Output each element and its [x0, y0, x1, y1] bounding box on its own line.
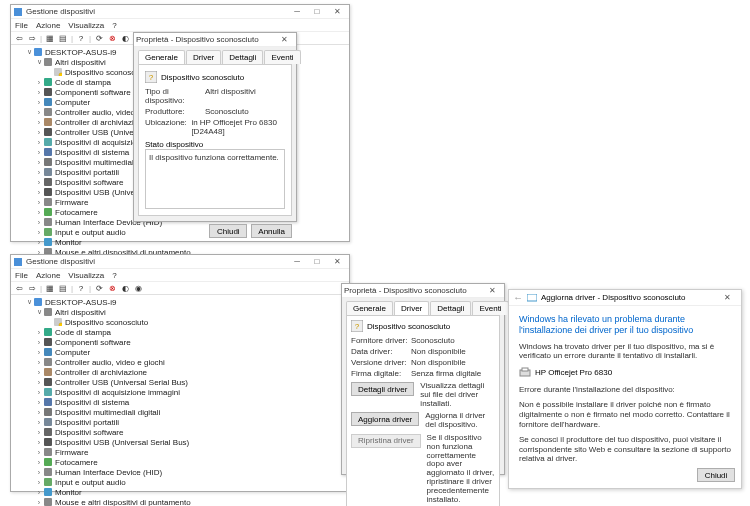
status-label: Stato dispositivo — [145, 140, 285, 149]
status-textbox[interactable]: Il dispositivo funziona correttamente. — [145, 149, 285, 209]
tree-unknown-device[interactable]: Dispositivo sconosciuto — [15, 317, 345, 327]
tree-category[interactable]: ›Dispositivi USB (Universal Serial Bus) — [15, 437, 345, 447]
tree-category[interactable]: ›Computer — [15, 347, 345, 357]
refresh-icon[interactable]: ▤ — [57, 282, 69, 294]
value-type: Altri dispositivi — [205, 87, 256, 105]
tree-root[interactable]: ∨DESKTOP-ASUS-i9 — [15, 297, 345, 307]
disable-icon[interactable]: ◐ — [119, 282, 131, 294]
tree-category[interactable]: ›Controller USB (Universal Serial Bus) — [15, 377, 345, 387]
device-tree[interactable]: ∨DESKTOP-ASUS-i9∨Altri dispositiviDispos… — [11, 295, 349, 506]
menu-view[interactable]: Visualizza — [68, 271, 104, 280]
menu-help[interactable]: ? — [112, 21, 116, 30]
back-arrow-icon[interactable]: ← — [513, 292, 527, 303]
tab-events[interactable]: Eventi — [264, 50, 300, 64]
update-icon[interactable]: ⟳ — [93, 282, 105, 294]
close-button[interactable]: ✕ — [482, 285, 502, 297]
tree-category[interactable]: ›Monitor — [15, 487, 345, 497]
titlebar[interactable]: Proprietà - Dispositivo sconosciuto ✕ — [342, 284, 504, 298]
show-hidden-icon[interactable]: ▦ — [44, 32, 56, 44]
close-button[interactable]: Chiudi — [697, 468, 735, 482]
svg-rect-21 — [44, 238, 52, 246]
tree-category[interactable]: ›Fotocamere — [15, 457, 345, 467]
tree-category[interactable]: ›Input e output audio — [15, 477, 345, 487]
svg-rect-47 — [44, 458, 52, 466]
menu-action[interactable]: Azione — [36, 271, 60, 280]
driver-action-button[interactable]: Ripristina driver — [351, 434, 421, 448]
tab-general[interactable]: Generale — [346, 301, 393, 315]
tree-category[interactable]: ∨Altri dispositivi — [15, 307, 345, 317]
tree-category[interactable]: ›Controller di archiviazione — [15, 367, 345, 377]
show-hidden-icon[interactable]: ▦ — [44, 282, 56, 294]
menu-view[interactable]: Visualizza — [68, 21, 104, 30]
maximize-button[interactable]: □ — [307, 6, 327, 18]
titlebar[interactable]: Gestione dispositivi ─ □ ✕ — [11, 255, 349, 269]
refresh-icon[interactable]: ▤ — [57, 32, 69, 44]
tree-category[interactable]: ›Code di stampa — [15, 327, 345, 337]
menu-bar: File Azione Visualizza ? — [11, 269, 349, 281]
svg-rect-5 — [44, 78, 52, 86]
titlebar[interactable]: Gestione dispositivi ─ □ ✕ — [11, 5, 349, 19]
tree-category[interactable]: ›Dispositivi software — [15, 427, 345, 437]
tab-details[interactable]: Dettagli — [430, 301, 471, 315]
menu-file[interactable]: File — [15, 21, 28, 30]
tree-category[interactable]: ›Dispositivi multimediali digitali — [15, 407, 345, 417]
svg-point-33 — [59, 323, 62, 326]
svg-rect-11 — [44, 138, 52, 146]
status-text: Il dispositivo funziona correttamente. — [149, 153, 279, 162]
wizard-title: Aggiorna driver - Dispositivo sconosciut… — [541, 293, 686, 302]
device-label: Dispositivo sconosciuto — [367, 322, 450, 331]
titlebar[interactable]: Proprietà - Dispositivo sconosciuto ✕ — [134, 33, 296, 47]
help-icon[interactable]: ? — [75, 32, 87, 44]
separator: | — [88, 32, 92, 44]
tree-category[interactable]: ›Mouse e altri dispositivi di puntamento — [15, 497, 345, 506]
tab-driver[interactable]: Driver — [186, 50, 221, 64]
close-button[interactable]: ✕ — [327, 256, 347, 268]
menu-file[interactable]: File — [15, 271, 28, 280]
scan-icon[interactable]: ◉ — [132, 282, 144, 294]
update-icon[interactable]: ⟳ — [93, 32, 105, 44]
svg-rect-39 — [44, 378, 52, 386]
close-button[interactable]: ✕ — [717, 292, 737, 304]
tree-category[interactable]: ›Human Interface Device (HID) — [15, 467, 345, 477]
svg-rect-35 — [44, 338, 52, 346]
uninstall-icon[interactable]: ⊗ — [106, 32, 118, 44]
wizard-header: ← Aggiorna driver - Dispositivo sconosci… — [509, 290, 741, 306]
forward-icon[interactable]: ⇨ — [26, 282, 38, 294]
close-button[interactable]: ✕ — [274, 34, 294, 46]
maximize-button[interactable]: □ — [307, 256, 327, 268]
value-sig: Senza firma digitale — [411, 369, 481, 378]
cancel-button[interactable]: Annulla — [251, 224, 292, 238]
tree-category[interactable]: ›Dispositivi portatili — [15, 417, 345, 427]
forward-icon[interactable]: ⇨ — [26, 32, 38, 44]
close-button[interactable]: ✕ — [327, 6, 347, 18]
tree-category[interactable]: ›Firmware — [15, 447, 345, 457]
driver-action-button[interactable]: Dettagli driver — [351, 382, 414, 396]
tree-category[interactable]: ›Dispositivi di sistema — [15, 397, 345, 407]
tree-category[interactable]: ›Componenti software — [15, 337, 345, 347]
tab-events[interactable]: Eventi — [472, 301, 508, 315]
tab-driver[interactable]: Driver — [394, 301, 429, 315]
wizard-p1: Windows ha trovato driver per il tuo dis… — [519, 342, 731, 361]
tree-category[interactable]: ›Controller audio, video e giochi — [15, 357, 345, 367]
app-icon — [13, 257, 23, 267]
svg-rect-20 — [44, 228, 52, 236]
back-icon[interactable]: ⇦ — [13, 32, 25, 44]
tab-strip: Generale Driver Dettagli Eventi — [134, 47, 296, 64]
driver-action-button[interactable]: Aggiorna driver — [351, 412, 419, 426]
close-button[interactable]: Chiudi — [209, 224, 247, 238]
menu-action[interactable]: Azione — [36, 21, 60, 30]
minimize-button[interactable]: ─ — [287, 256, 307, 268]
wizard-buttons: Chiudi — [693, 464, 739, 486]
svg-rect-34 — [44, 328, 52, 336]
tree-category[interactable]: ›Dispositivi di acquisizione immagini — [15, 387, 345, 397]
tab-general[interactable]: Generale — [138, 50, 185, 64]
menu-help[interactable]: ? — [112, 271, 116, 280]
minimize-button[interactable]: ─ — [287, 6, 307, 18]
back-icon[interactable]: ⇦ — [13, 282, 25, 294]
help-icon[interactable]: ? — [75, 282, 87, 294]
svg-rect-45 — [44, 438, 52, 446]
disable-icon[interactable]: ◐ — [119, 32, 131, 44]
uninstall-icon[interactable]: ⊗ — [106, 282, 118, 294]
tab-details[interactable]: Dettagli — [222, 50, 263, 64]
svg-rect-43 — [44, 418, 52, 426]
